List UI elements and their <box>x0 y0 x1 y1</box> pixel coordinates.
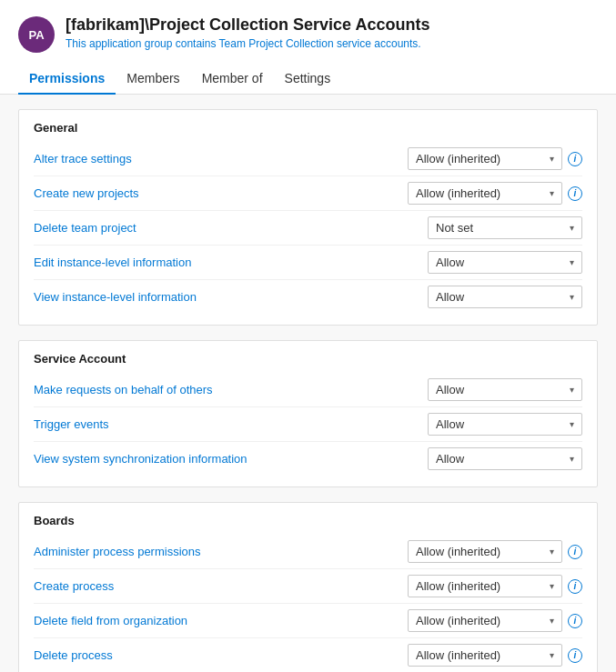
permission-dropdown[interactable]: Allow (inherited) ▾ <box>408 644 562 667</box>
section-title-service-account: Service Account <box>34 352 582 366</box>
permission-dropdown[interactable]: Allow (inherited) ▾ <box>408 147 562 170</box>
permission-control: Allow (inherited) ▾ i <box>408 575 582 597</box>
permission-row: Make requests on behalf of others Allow … <box>34 373 582 406</box>
permission-control: Allow (inherited) ▾ i <box>408 147 582 170</box>
permission-label: Edit instance-level information <box>34 256 428 269</box>
info-icon[interactable]: i <box>568 152 582 166</box>
permission-dropdown[interactable]: Allow (inherited) ▾ <box>408 575 562 597</box>
permission-control: Allow (inherited) ▾ i <box>408 644 582 667</box>
chevron-down-icon: ▾ <box>550 616 554 626</box>
section-service-account: Service Account Make requests on behalf … <box>18 340 598 487</box>
chevron-down-icon: ▾ <box>570 419 574 429</box>
permission-control: Allow (inherited) ▾ i <box>408 609 582 632</box>
dropdown-value: Allow (inherited) <box>416 579 542 593</box>
permission-control: Not set ▾ <box>428 216 582 239</box>
info-icon[interactable]: i <box>568 579 582 594</box>
chevron-down-icon: ▾ <box>570 223 574 233</box>
permission-control: Allow ▾ <box>428 378 582 401</box>
permission-label: Create new projects <box>34 186 408 200</box>
permission-row: Create process Allow (inherited) ▾ i <box>34 568 582 603</box>
page-header: PA [fabrikam]\Project Collection Service… <box>0 0 616 64</box>
permission-dropdown[interactable]: Allow (inherited) ▾ <box>408 609 562 632</box>
dropdown-value: Allow (inherited) <box>416 648 542 662</box>
chevron-down-icon: ▾ <box>550 650 554 660</box>
page-subtitle: This application group contains Team Pro… <box>66 37 429 50</box>
permission-label: Trigger events <box>34 417 428 431</box>
permission-label: View system synchronization information <box>34 452 428 466</box>
dropdown-value: Allow <box>436 383 562 396</box>
avatar: PA <box>18 16 55 53</box>
permission-label: Delete process <box>34 648 408 662</box>
permission-dropdown[interactable]: Allow (inherited) ▾ <box>408 182 562 205</box>
dropdown-value: Allow (inherited) <box>416 152 542 165</box>
permission-dropdown[interactable]: Allow ▾ <box>428 378 582 401</box>
permission-row: Administer process permissions Allow (in… <box>34 535 582 568</box>
permission-label: Make requests on behalf of others <box>34 383 428 396</box>
permission-row: Trigger events Allow ▾ <box>34 406 582 441</box>
section-boards: Boards Administer process permissions Al… <box>18 502 598 672</box>
section-title-boards: Boards <box>34 514 582 527</box>
permission-control: Allow ▾ <box>428 413 582 436</box>
page-title: [fabrikam]\Project Collection Service Ac… <box>66 15 429 35</box>
dropdown-value: Allow <box>436 290 562 304</box>
main-content: General Alter trace settings Allow (inhe… <box>0 95 616 672</box>
section-general: General Alter trace settings Allow (inhe… <box>18 109 598 326</box>
chevron-down-icon: ▾ <box>570 454 574 464</box>
permission-row: Delete field from organization Allow (in… <box>34 603 582 637</box>
permission-row: Alter trace settings Allow (inherited) ▾… <box>34 142 582 176</box>
dropdown-value: Allow <box>436 417 562 431</box>
permission-row: Delete process Allow (inherited) ▾ i <box>34 637 582 672</box>
chevron-down-icon: ▾ <box>550 188 554 198</box>
permission-control: Allow ▾ <box>428 251 582 274</box>
permission-dropdown[interactable]: Allow ▾ <box>428 447 582 470</box>
header-text: [fabrikam]\Project Collection Service Ac… <box>66 15 429 50</box>
permission-row: Create new projects Allow (inherited) ▾ … <box>34 176 582 210</box>
permission-label: Alter trace settings <box>34 152 408 165</box>
permission-dropdown[interactable]: Not set ▾ <box>428 216 582 239</box>
dropdown-value: Not set <box>436 221 562 235</box>
tab-member-of[interactable]: Member of <box>191 64 274 95</box>
tab-permissions[interactable]: Permissions <box>18 64 116 95</box>
chevron-down-icon: ▾ <box>570 257 574 267</box>
permission-dropdown[interactable]: Allow ▾ <box>428 413 582 436</box>
chevron-down-icon: ▾ <box>550 581 554 591</box>
dropdown-value: Allow (inherited) <box>416 186 542 200</box>
permission-row: View system synchronization information … <box>34 441 582 476</box>
permission-row: Delete team project Not set ▾ <box>34 210 582 245</box>
permission-label: View instance-level information <box>34 290 428 304</box>
permission-row: View instance-level information Allow ▾ <box>34 279 582 314</box>
chevron-down-icon: ▾ <box>570 292 574 302</box>
info-icon[interactable]: i <box>568 545 582 559</box>
permission-label: Delete field from organization <box>34 614 408 627</box>
dropdown-value: Allow (inherited) <box>416 545 542 558</box>
dropdown-value: Allow (inherited) <box>416 614 542 627</box>
chevron-down-icon: ▾ <box>550 547 554 557</box>
permission-label: Administer process permissions <box>34 545 408 558</box>
permission-dropdown[interactable]: Allow (inherited) ▾ <box>408 540 562 563</box>
section-title-general: General <box>34 121 582 135</box>
permission-row: Edit instance-level information Allow ▾ <box>34 245 582 279</box>
dropdown-value: Allow <box>436 256 562 269</box>
info-icon[interactable]: i <box>568 648 582 663</box>
permission-label: Delete team project <box>34 221 428 235</box>
navigation-tabs: Permissions Members Member of Settings <box>0 64 616 95</box>
chevron-down-icon: ▾ <box>570 385 574 395</box>
permission-control: Allow (inherited) ▾ i <box>408 182 582 205</box>
chevron-down-icon: ▾ <box>550 154 554 164</box>
permission-control: Allow ▾ <box>428 447 582 470</box>
dropdown-value: Allow <box>436 452 562 466</box>
permission-dropdown[interactable]: Allow ▾ <box>428 286 582 308</box>
permission-label: Create process <box>34 579 408 593</box>
info-icon[interactable]: i <box>568 614 582 628</box>
permission-control: Allow ▾ <box>428 286 582 308</box>
info-icon[interactable]: i <box>568 186 582 201</box>
permission-control: Allow (inherited) ▾ i <box>408 540 582 563</box>
tab-settings[interactable]: Settings <box>274 64 342 95</box>
permission-dropdown[interactable]: Allow ▾ <box>428 251 582 274</box>
tab-members[interactable]: Members <box>116 64 190 95</box>
